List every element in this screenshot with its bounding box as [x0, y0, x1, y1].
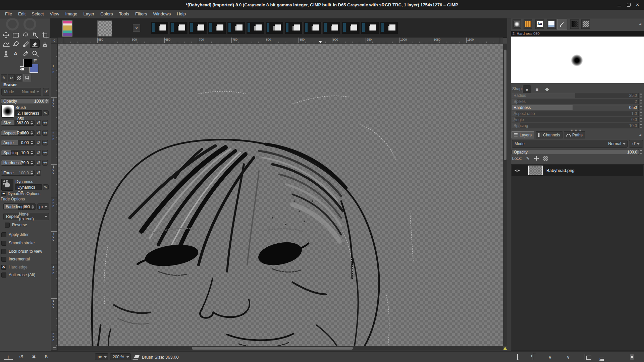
repeat-dropdown[interactable]: Repeat None (extend) — [3, 213, 49, 220]
tab-palettes[interactable] — [581, 19, 590, 29]
image-thumbnail-babyhead[interactable] — [97, 20, 112, 37]
layer-row[interactable]: Babyhead.png — [512, 165, 643, 176]
tab-menu-arrow-icon[interactable]: ◀ — [639, 133, 641, 137]
history-thumbnail[interactable] — [342, 22, 360, 34]
reset-tool-button[interactable]: ↻ — [42, 354, 51, 360]
fuzzy-select-tool[interactable] — [31, 31, 40, 39]
tab-paintbrush-active[interactable] — [557, 19, 567, 29]
tab-channels[interactable]: Channels — [536, 131, 562, 138]
checkbox-apply-jitter[interactable]: Apply Jitter — [1, 232, 29, 237]
tab-tool-options-info[interactable]: ✎ — [1, 74, 7, 81]
layer-mode-dropdown[interactable]: Mode Normal — [512, 140, 628, 148]
menu-layer[interactable]: Layer — [80, 10, 98, 17]
spin-buttons[interactable] — [30, 161, 34, 165]
hardness-editor-slider[interactable]: Hardness 0.50 — [512, 105, 639, 110]
new-layer-button[interactable] — [517, 354, 518, 360]
shape-square-button[interactable]: ■ — [533, 85, 541, 93]
visibility-eye-icon[interactable] — [514, 169, 520, 173]
tab-brushes[interactable] — [513, 19, 521, 29]
restore-preset-button[interactable]: ↺ — [17, 354, 25, 360]
aspect-ratio-slider[interactable]: Aspect Ratio 0.00 — [1, 130, 35, 136]
raise-layer-button[interactable]: ∧ — [548, 354, 552, 360]
checkbox-lock-brush-to-view[interactable]: Lock brush to view — [1, 249, 42, 254]
tab-paths[interactable]: Paths — [564, 131, 585, 138]
foreground-color-swatch[interactable] — [23, 59, 32, 67]
spin-buttons[interactable] — [639, 99, 643, 104]
tab-layers[interactable]: Layers — [512, 131, 534, 138]
tab-patterns[interactable] — [15, 74, 22, 81]
edit-brush-button[interactable]: ✎ — [43, 110, 49, 116]
tab-patterns[interactable] — [524, 19, 532, 29]
spin-buttons[interactable] — [639, 149, 643, 155]
layer-mode-options-button[interactable]: ↺ — [629, 140, 643, 148]
duplicate-layer-button[interactable] — [585, 354, 585, 360]
fade-unit-dropdown[interactable]: px — [37, 203, 49, 210]
checkbox-anti-erase[interactable]: Anti erase (Alt) — [1, 273, 35, 277]
lock-pixels-icon[interactable]: ✎ — [526, 156, 530, 161]
tab-fonts[interactable]: Aa — [535, 19, 544, 29]
swap-colors-icon[interactable]: ⇄ — [34, 58, 37, 62]
spin-buttons[interactable] — [639, 93, 643, 98]
spacing-slider[interactable]: Spacing 10.0 — [1, 150, 35, 156]
free-select-tool[interactable] — [21, 31, 30, 39]
spacing-editor-slider[interactable]: Spacing 10.0 — [512, 123, 639, 128]
eraser-tool[interactable] — [30, 39, 39, 48]
hardness-slider[interactable]: Hardness 79.0 — [1, 160, 35, 166]
angle-slider[interactable]: Angle 0.00 — [1, 140, 35, 145]
history-thumbnail[interactable] — [380, 22, 398, 34]
opacity-slider[interactable]: Opacity 100.0 — [1, 98, 49, 104]
spin-buttons[interactable] — [31, 205, 35, 209]
dock-resize-gutter[interactable] — [507, 18, 511, 351]
move-tool[interactable] — [1, 31, 10, 39]
tab-gradients[interactable] — [570, 19, 579, 29]
checkbox-reverse[interactable]: Reverse — [5, 223, 27, 227]
spin-buttons[interactable] — [639, 105, 643, 110]
spin-buttons[interactable] — [30, 121, 34, 125]
bucket-fill-tool[interactable] — [11, 40, 20, 48]
menu-colors[interactable]: Colors — [97, 10, 116, 17]
maximize-button[interactable] — [626, 2, 631, 7]
image-thumbnail-magazine[interactable] — [62, 20, 72, 37]
close-image-button[interactable]: ✕ — [133, 24, 140, 32]
brush-preview[interactable] — [1, 105, 14, 118]
tab-tool-options[interactable] — [23, 74, 31, 81]
shape-circle-button[interactable]: ● — [523, 85, 531, 93]
menu-tools[interactable]: Tools — [116, 10, 132, 17]
menu-filters[interactable]: Filters — [132, 10, 150, 17]
color-picker-tool[interactable] — [21, 49, 30, 58]
history-thumbnail[interactable] — [208, 22, 226, 34]
history-thumbnail[interactable] — [227, 22, 245, 34]
mode-reset-button[interactable]: ↺ — [43, 88, 49, 96]
zoom-dropdown[interactable]: 200 % — [110, 353, 131, 360]
layer-thumbnail[interactable] — [528, 166, 543, 175]
menu-image[interactable]: Image — [62, 10, 80, 17]
brush-name-field[interactable]: 2. Hardness 050 — [15, 110, 42, 116]
aspect-reset-button[interactable]: ↺ — [36, 130, 41, 136]
history-thumbnail[interactable] — [361, 22, 379, 34]
dynamics-preview[interactable] — [1, 179, 13, 191]
history-thumbnail[interactable] — [151, 22, 169, 34]
force-slider[interactable]: Force 100.0 — [1, 170, 35, 176]
minimize-button[interactable] — [617, 2, 622, 7]
delete-layer-button[interactable]: ✕ — [630, 354, 634, 360]
spin-buttons[interactable] — [45, 99, 48, 103]
rectangle-select-tool[interactable] — [11, 31, 20, 39]
history-thumbnail[interactable] — [170, 22, 188, 34]
checkbox-smooth-stroke[interactable]: Smooth stroke — [1, 241, 35, 245]
history-thumbnail[interactable] — [247, 22, 264, 34]
tab-undo-history[interactable]: ↩ — [8, 74, 15, 81]
menu-view[interactable]: View — [47, 10, 62, 17]
horizontal-scrollbar[interactable] — [58, 346, 503, 351]
canvas[interactable] — [58, 44, 503, 346]
ink-tool[interactable] — [1, 49, 10, 58]
mode-dropdown[interactable]: Mode Normal — [1, 88, 41, 96]
radius-slider[interactable]: Radius 25.0 — [512, 93, 639, 98]
menu-help[interactable]: Help — [174, 10, 189, 17]
spikes-slider[interactable]: Spikes 2 — [512, 99, 639, 104]
crop-tool[interactable] — [40, 31, 49, 39]
checkbox-hard-edge[interactable]: Hard edge — [1, 265, 28, 269]
size-slider[interactable]: Size 363.00 — [1, 120, 35, 126]
history-thumbnail[interactable] — [189, 22, 207, 34]
quick-mask-toggle[interactable] — [51, 346, 58, 351]
unit-dropdown[interactable]: px — [95, 353, 108, 360]
